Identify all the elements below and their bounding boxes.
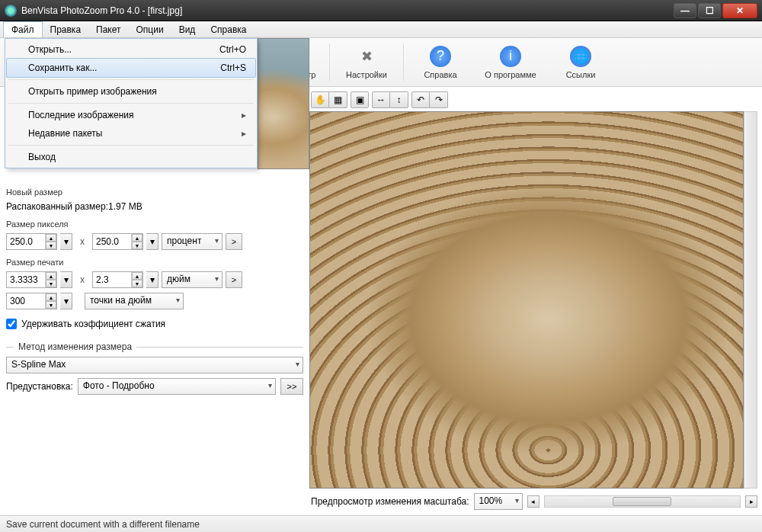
preview-bottom-row: Предпросмотр изменения масштаба: 100% ◂ … — [309, 489, 757, 513]
file-open-sample[interactable]: Открыть пример изображения — [7, 82, 255, 101]
select-icon: ▦ — [334, 95, 342, 105]
file-open[interactable]: Открыть... Ctrl+O — [7, 40, 255, 59]
menu-edit[interactable]: Правка — [43, 22, 89, 37]
menu-batch[interactable]: Пакет — [88, 22, 128, 37]
dpi-field[interactable] — [7, 294, 45, 308]
spin-down-icon[interactable]: ▼ — [46, 301, 56, 309]
menu-options[interactable]: Опции — [129, 22, 171, 37]
file-save-as-label: Сохранить как... — [28, 62, 97, 73]
print-height-dropdown[interactable]: ▾ — [146, 271, 158, 288]
select-tool-button[interactable]: ▦ — [329, 91, 347, 108]
keep-ratio-row: Удерживать коэффициент сжатия — [6, 319, 303, 329]
print-width-field[interactable] — [7, 273, 45, 287]
preview-image[interactable] — [309, 111, 744, 489]
dpi-dropdown[interactable]: ▾ — [60, 293, 72, 309]
pixel-height-field[interactable] — [93, 235, 131, 248]
print-width-dropdown[interactable]: ▾ — [60, 271, 72, 288]
dpi-input[interactable]: ▲▼ — [6, 293, 57, 309]
preset-select[interactable]: Фото - Подробно — [78, 378, 276, 395]
file-save-as[interactable]: Сохранить как... Ctrl+S — [6, 58, 256, 78]
preview-container — [309, 111, 757, 489]
flip-vertical-button[interactable]: ↕ — [390, 91, 408, 108]
flip-v-icon: ↕ — [397, 95, 402, 105]
print-height-field[interactable] — [93, 273, 131, 287]
unpacked-size-label: Распакованный размер: — [6, 201, 108, 212]
print-size-row: ▲▼ ▾ x ▲▼ ▾ дюйм > — [6, 271, 303, 288]
print-width-input[interactable]: ▲▼ — [6, 271, 57, 288]
maximize-button[interactable]: ☐ — [698, 3, 721, 18]
pixel-height-spinner[interactable]: ▲▼ — [131, 234, 142, 249]
spin-down-icon[interactable]: ▼ — [46, 242, 56, 249]
submenu-arrow-icon: ▸ — [242, 128, 246, 139]
keep-ratio-checkbox[interactable] — [6, 319, 17, 329]
app-icon — [5, 5, 17, 17]
dpi-spinner[interactable]: ▲▼ — [45, 293, 56, 309]
pixel-apply-button[interactable]: > — [226, 233, 242, 250]
spin-up-icon[interactable]: ▲ — [46, 272, 56, 280]
pixel-width-spinner[interactable]: ▲▼ — [45, 234, 56, 249]
title-bar: BenVista PhotoZoom Pro 4.0 - [first.jpg]… — [0, 0, 762, 21]
file-open-label: Открыть... — [28, 44, 72, 55]
print-unit-select[interactable]: дюйм — [162, 271, 223, 288]
pixel-height-input[interactable]: ▲▼ — [92, 233, 143, 250]
spin-up-icon[interactable]: ▲ — [46, 234, 56, 242]
rotate-right-button[interactable]: ↷ — [430, 91, 448, 108]
file-recent-images[interactable]: Последние изображения ▸ — [7, 106, 255, 124]
hand-tool-button[interactable]: ✋ — [311, 91, 329, 108]
rotate-left-button[interactable]: ↶ — [411, 91, 430, 108]
file-exit[interactable]: Выход — [7, 148, 255, 166]
minimize-button[interactable]: — — [674, 3, 696, 18]
menu-file[interactable]: Файл — [3, 21, 43, 37]
spin-down-icon[interactable]: ▼ — [132, 242, 142, 249]
crop-button[interactable]: ▣ — [351, 91, 369, 108]
spin-down-icon[interactable]: ▼ — [132, 280, 142, 287]
toolbar-separator — [329, 43, 330, 82]
scroll-left-button[interactable]: ◂ — [527, 495, 539, 508]
scroll-right-button[interactable]: ▸ — [745, 495, 757, 508]
file-recent-batches-label: Недавние пакеты — [28, 128, 102, 139]
preset-label: Предустановка: — [6, 381, 73, 392]
toolbar-about[interactable]: i О программе — [475, 40, 546, 85]
spin-up-icon[interactable]: ▲ — [132, 272, 142, 280]
scrollbar-thumb[interactable] — [613, 497, 671, 506]
file-open-shortcut: Ctrl+O — [219, 44, 246, 55]
file-menu-dropdown: Открыть... Ctrl+O Сохранить как... Ctrl+… — [5, 38, 258, 168]
resize-method-select[interactable]: S-Spline Max — [6, 357, 303, 373]
file-recent-batches[interactable]: Недавние пакеты ▸ — [7, 124, 255, 143]
print-height-input[interactable]: ▲▼ — [92, 271, 143, 288]
crop-icon: ▣ — [356, 95, 364, 105]
spin-up-icon[interactable]: ▲ — [46, 293, 56, 301]
preset-expand-button[interactable]: >> — [280, 378, 303, 395]
pixel-unit-select[interactable]: процент — [162, 233, 223, 250]
pixel-height-dropdown[interactable]: ▾ — [146, 233, 158, 250]
pixel-width-input[interactable]: ▲▼ — [6, 233, 57, 250]
close-button[interactable]: ✕ — [722, 3, 757, 18]
pixel-width-field[interactable] — [7, 235, 45, 248]
menu-view[interactable]: Вид — [171, 22, 203, 37]
pixel-width-dropdown[interactable]: ▾ — [60, 233, 72, 250]
toolbar-settings[interactable]: ✖ Настройки — [331, 40, 402, 85]
dpi-unit-select[interactable]: точки на дюйм — [85, 293, 184, 309]
print-height-spinner[interactable]: ▲▼ — [131, 272, 142, 287]
toolbar-help[interactable]: ? Справка — [405, 40, 475, 85]
window-title: BenVista PhotoZoom Pro 4.0 - [first.jpg] — [21, 5, 674, 16]
keep-ratio-label: Удерживать коэффициент сжатия — [21, 319, 165, 329]
spin-down-icon[interactable]: ▼ — [46, 280, 56, 287]
menu-help[interactable]: Справка — [203, 22, 254, 37]
vertical-scrollbar[interactable] — [744, 111, 757, 489]
horizontal-scrollbar[interactable] — [544, 495, 741, 508]
original-thumbnail[interactable] — [258, 38, 309, 169]
file-save-as-shortcut: Ctrl+S — [220, 62, 246, 73]
links-icon: 🌐 — [570, 46, 591, 67]
spin-up-icon[interactable]: ▲ — [132, 234, 142, 242]
print-apply-button[interactable]: > — [226, 271, 242, 288]
pixel-size-label: Размер пикселя — [6, 220, 303, 229]
help-icon: ? — [430, 46, 451, 67]
flip-h-icon: ↔ — [376, 95, 386, 105]
rotate-right-icon: ↷ — [435, 95, 443, 105]
flip-horizontal-button[interactable]: ↔ — [372, 91, 390, 108]
print-width-spinner[interactable]: ▲▼ — [45, 272, 56, 287]
toolbar-links[interactable]: 🌐 Ссылки — [546, 40, 616, 85]
zoom-select[interactable]: 100% — [474, 493, 523, 510]
preset-row: Предустановка: Фото - Подробно >> — [6, 378, 303, 395]
